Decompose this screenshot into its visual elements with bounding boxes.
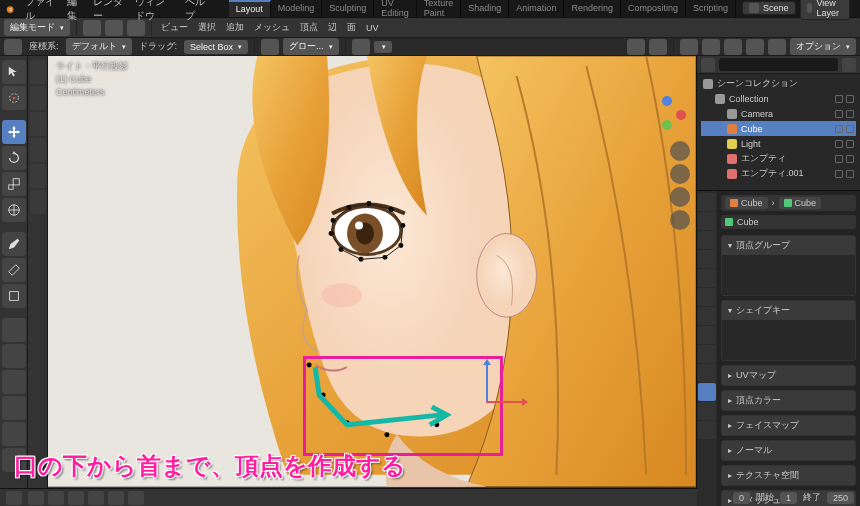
viewlayer-field[interactable]: View Layer (800, 0, 851, 20)
viewport-3d[interactable]: ライト・平行投影 (1) Cube Centimeters (48, 56, 696, 488)
panel-head-shapekeys[interactable]: シェイプキー (722, 301, 855, 320)
tab-animation[interactable]: Animation (509, 0, 564, 17)
globals-dropdown[interactable]: グロー... (283, 38, 339, 55)
crumb-mesh[interactable]: Cube (779, 197, 822, 209)
tl-prev-key-icon[interactable] (48, 491, 64, 505)
tool-spin[interactable] (30, 60, 46, 84)
menu-select[interactable]: 選択 (195, 21, 219, 34)
panel-head-vgroups[interactable]: 頂点グループ (722, 236, 855, 255)
tool-shear[interactable] (30, 164, 46, 188)
pan-icon[interactable] (670, 164, 690, 184)
panel-head-normals[interactable]: ノーマル (722, 441, 855, 460)
tab-sculpting[interactable]: Sculpting (322, 0, 374, 17)
shading-solid-icon[interactable] (724, 39, 742, 55)
panel-head-uvmaps[interactable]: UVマップ (722, 366, 855, 385)
tool-transform[interactable] (2, 198, 26, 222)
tool-rotate[interactable] (2, 146, 26, 170)
menu-vertex[interactable]: 頂点 (297, 21, 321, 34)
tab-uvediting[interactable]: UV Editing (374, 0, 417, 17)
tool-cursor[interactable] (2, 86, 26, 110)
crumb-object[interactable]: Cube (725, 197, 768, 209)
start-frame-field[interactable]: 1 (780, 492, 797, 504)
drag-dropdown[interactable]: Select Box (184, 40, 248, 54)
falloff-dropdown[interactable] (374, 41, 392, 53)
ptab-viewlayer-icon[interactable] (698, 231, 716, 249)
ptab-constraints-icon[interactable] (698, 364, 716, 382)
outliner-collection[interactable]: Collection (701, 91, 856, 106)
tool-loopcut[interactable] (2, 396, 26, 420)
menu-face[interactable]: 面 (344, 21, 359, 34)
xray-icon[interactable] (680, 39, 698, 55)
tl-play-rev-icon[interactable] (68, 491, 84, 505)
ptab-render-icon[interactable] (698, 193, 716, 211)
nav-y-icon[interactable] (662, 120, 672, 130)
vertex-select-icon[interactable] (83, 20, 101, 36)
ptab-texture-icon[interactable] (698, 421, 716, 439)
options-dropdown[interactable]: オプション (790, 38, 856, 55)
outliner-scene-collection[interactable]: シーンコレクション (701, 76, 856, 91)
menu-view[interactable]: ビュー (158, 21, 191, 34)
menu-edit[interactable]: 編集 (67, 0, 83, 23)
ptab-output-icon[interactable] (698, 212, 716, 230)
current-frame-field[interactable]: 0 (733, 492, 750, 504)
outliner-item-camera[interactable]: Camera (701, 106, 856, 121)
mode-dropdown[interactable]: 編集モード (4, 19, 70, 36)
panel-head-texspace[interactable]: テクスチャ空間 (722, 466, 855, 485)
tool-move[interactable] (2, 120, 26, 144)
outliner-item-empty[interactable]: エンプティ (701, 151, 856, 166)
outliner-item-empty-001[interactable]: エンプティ.001 (701, 166, 856, 181)
menu-mesh[interactable]: メッシュ (251, 21, 293, 34)
tool-polybuild[interactable] (2, 448, 26, 472)
outliner-type-icon[interactable] (701, 58, 715, 72)
panel-head-facemaps[interactable]: フェイスマップ (722, 416, 855, 435)
viewport-nav-gizmo[interactable] (648, 96, 686, 134)
tab-rendering[interactable]: Rendering (564, 0, 621, 17)
panel-head-vcolors[interactable]: 頂点カラー (722, 391, 855, 410)
tool-add-cube[interactable] (2, 284, 26, 308)
tl-next-key-icon[interactable] (108, 491, 124, 505)
gizmo-z-axis[interactable] (486, 361, 488, 401)
timeline-type-icon[interactable] (6, 491, 22, 505)
ptab-scene-icon[interactable] (698, 250, 716, 268)
menu-add[interactable]: 追加 (223, 21, 247, 34)
editor-type-icon[interactable] (4, 39, 22, 55)
edge-select-icon[interactable] (105, 20, 123, 36)
tl-play-icon[interactable] (88, 491, 104, 505)
tool-edge-slide[interactable] (30, 112, 46, 136)
ptab-modifiers-icon[interactable] (698, 307, 716, 325)
tl-jump-end-icon[interactable] (128, 491, 144, 505)
orientation-dropdown[interactable]: デフォルト (66, 38, 132, 55)
tab-compositing[interactable]: Compositing (621, 0, 686, 17)
tool-knife[interactable] (2, 422, 26, 446)
outliner-item-light[interactable]: Light (701, 136, 856, 151)
nav-x-icon[interactable] (676, 110, 686, 120)
ptab-mesh-icon[interactable] (698, 383, 716, 401)
tool-extrude[interactable] (2, 318, 26, 342)
tool-annotate[interactable] (2, 232, 26, 256)
menu-uv[interactable]: UV (363, 23, 382, 33)
mesh-name-field[interactable]: Cube (721, 215, 856, 229)
outliner-item-cube[interactable]: Cube (701, 121, 856, 136)
tool-scale[interactable] (2, 172, 26, 196)
tab-layout[interactable]: Layout (229, 0, 271, 17)
gizmo-x-axis[interactable] (486, 401, 526, 403)
ptab-material-icon[interactable] (698, 402, 716, 420)
tab-modeling[interactable]: Modeling (271, 0, 323, 17)
camera-view-icon[interactable] (670, 187, 690, 207)
tab-texturepaint[interactable]: Texture Paint (417, 0, 462, 17)
tool-rip[interactable] (30, 190, 46, 214)
nav-z-icon[interactable] (662, 96, 672, 106)
shading-render-icon[interactable] (768, 39, 786, 55)
tool-smooth[interactable] (30, 86, 46, 110)
tool-shrink[interactable] (30, 138, 46, 162)
overlay-toggle-icon[interactable] (649, 39, 667, 55)
perspective-toggle-icon[interactable] (670, 210, 690, 230)
tab-shading[interactable]: Shading (461, 0, 509, 17)
ptab-particles-icon[interactable] (698, 326, 716, 344)
ptab-physics-icon[interactable] (698, 345, 716, 363)
outliner-filter-icon[interactable] (842, 58, 856, 72)
ptab-object-icon[interactable] (698, 288, 716, 306)
tool-select-box[interactable] (2, 60, 26, 84)
snap-icon[interactable] (261, 39, 279, 55)
menu-help[interactable]: ヘルプ (185, 0, 209, 23)
